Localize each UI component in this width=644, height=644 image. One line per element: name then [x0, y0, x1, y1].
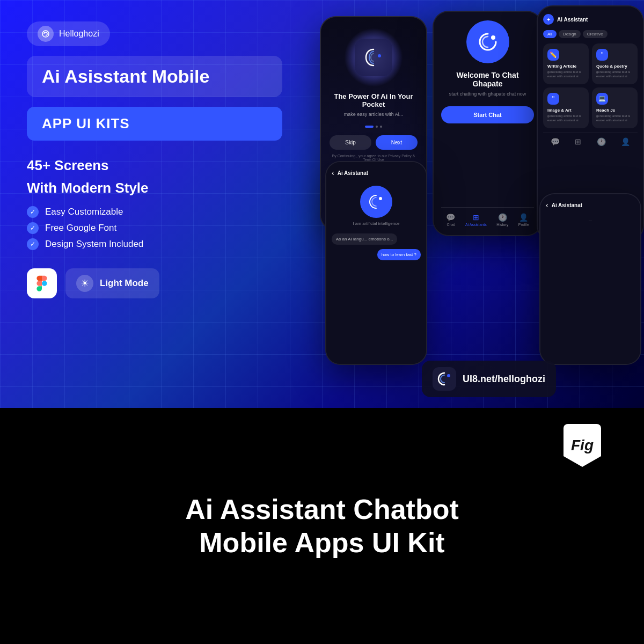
bottom-title-line2: Mobile Apps UI Kit [185, 526, 458, 559]
check-item-3: ✓ Design System Included [27, 238, 282, 250]
p3-nav-profile[interactable]: 👤 [621, 137, 630, 146]
check-item-1: ✓ Easy Customizable [27, 206, 282, 218]
figma-button[interactable] [27, 268, 57, 298]
dot-2 [376, 126, 378, 128]
phone1-btn-row: Skip Next [330, 135, 418, 150]
reach-icon: 💻 [596, 93, 608, 105]
profile-nav-label: Profile [518, 223, 529, 226]
phone1-subtitle: make easy articles with Ai... [344, 112, 404, 117]
features-section: 45+ Screens With Modern Style ✓ Easy Cus… [27, 155, 282, 250]
phone5-placeholder: ... [546, 218, 635, 222]
p3-nav-history[interactable]: 🕐 [597, 137, 606, 146]
nav-ai-assistants[interactable]: ⊞ Ai Assistants [465, 213, 487, 226]
chat-avatar [360, 186, 392, 218]
filter-all[interactable]: All [543, 30, 557, 38]
brand-icon [38, 26, 54, 42]
dot-3 [380, 126, 382, 128]
image-icon: " [547, 93, 559, 105]
left-panel: Helloghozi Ai Asisstant Mobile APP UI KI… [0, 0, 309, 408]
chat-bubble-ai: As an AI langu... emotions o... [332, 233, 397, 245]
check-label-1: Easy Customizable [45, 207, 123, 217]
chat-header: ‹ Ai Asistanat [332, 169, 421, 177]
writing-icon: ✏️ [547, 49, 559, 61]
history-nav-label: History [496, 223, 508, 226]
p3-nav-ai[interactable]: ⊞ [575, 137, 581, 146]
chat-nav-icon: 💬 [446, 213, 455, 222]
filter-creative[interactable]: Creative [583, 30, 608, 38]
phone-chat-2: ‹ Ai Asistanat ... [539, 193, 641, 365]
ai-assistant-title: Ai Assistant [557, 17, 588, 23]
brand-badge[interactable]: Helloghozi [27, 21, 110, 46]
phone5-chat-header: ‹ Ai Asistanat [546, 201, 635, 209]
writing-title: Writing Article [547, 64, 584, 69]
welcome-logo [466, 20, 509, 63]
feature-style: With Modern Style [27, 177, 282, 200]
subtitle-text: APP UI KITS [42, 115, 267, 132]
filter-design[interactable]: Design [559, 30, 581, 38]
check-label-2: Free Google Font [45, 223, 116, 233]
reach-title: Reach Js [596, 108, 633, 113]
nav-history[interactable]: 🕐 History [496, 213, 508, 226]
ai-card-image[interactable]: " Image & Art generating article text is… [543, 87, 589, 128]
start-chat-button[interactable]: Start Chat [441, 106, 534, 123]
ai-nav-label: Ai Assistants [465, 223, 487, 226]
welcome-desc: start chatting with ghapate chat now [449, 91, 526, 97]
sun-icon: ☀ [76, 275, 93, 292]
ai-logo-blur [344, 28, 403, 87]
p3-profile-icon: 👤 [621, 137, 630, 146]
main-title-box: Ai Asisstant Mobile [27, 56, 282, 97]
svg-point-1 [378, 54, 381, 57]
nav-profile[interactable]: 👤 Profile [518, 213, 529, 226]
bottom-nav-phone2: 💬 Chat ⊞ Ai Assistants 🕐 History 👤 Profi… [441, 207, 534, 226]
quote-title: Quote & poetry [596, 64, 633, 69]
bottom-title: Ai Assistant Chatbot Mobile Apps UI Kit [185, 493, 458, 560]
feature-screens: 45+ Screens [27, 155, 282, 177]
p3-history-icon: 🕐 [597, 137, 606, 146]
phone1-title: The Power Of Ai In Your Pocket [330, 92, 418, 108]
chat-avatar-area: I am artificial intelligence [332, 186, 421, 226]
phone-welcome: Welcome To Chat Ghapate start chatting w… [433, 11, 543, 236]
phone5-header-title: Ai Asistanat [552, 202, 582, 208]
light-mode-label: Light Mode [100, 278, 149, 289]
phone3-bottom-nav: 💬 ⊞ 🕐 👤 [543, 133, 638, 146]
chat-nav-label: Chat [447, 223, 455, 226]
subtitle-box: APP UI KITS [27, 107, 282, 141]
ai-assistant-dot: ✦ [543, 14, 554, 25]
top-section: Helloghozi Ai Asisstant Mobile APP UI KI… [0, 0, 644, 408]
ai-cards-grid: ✏️ Writing Article generating article te… [543, 43, 638, 128]
chat-bubble-user: how to learn fast ? [377, 249, 421, 260]
phone5-back-button[interactable]: ‹ [546, 201, 548, 209]
ai-assistant-header: ✦ Ai Assistant [543, 14, 638, 25]
nav-chat[interactable]: 💬 Chat [446, 213, 455, 226]
image-title: Image & Art [547, 108, 584, 113]
p3-nav-chat[interactable]: 💬 [551, 137, 560, 146]
quote-desc: generating article text is easier with a… [596, 70, 633, 79]
light-mode-button[interactable]: ☀ Light Mode [65, 268, 159, 298]
back-button[interactable]: ‹ [332, 169, 334, 177]
check-icon-2: ✓ [27, 222, 39, 234]
right-panel: The Power Of Ai In Your Pocket make easy… [309, 0, 644, 408]
ai-nav-icon: ⊞ [473, 213, 479, 222]
image-desc: generating article text is easier with a… [547, 114, 584, 123]
brand-logo-icon [433, 367, 456, 391]
dot-active [365, 126, 374, 128]
svg-point-2 [491, 35, 495, 40]
svg-point-3 [379, 197, 382, 200]
reach-desc: generating article text is easier with a… [596, 114, 633, 123]
main-title: Ai Asisstant Mobile [42, 67, 267, 86]
quote-icon: " [596, 49, 608, 61]
ai-card-writing[interactable]: ✏️ Writing Article generating article te… [543, 43, 589, 84]
p3-chat-icon: 💬 [551, 137, 560, 146]
bottom-title-line1: Ai Assistant Chatbot [185, 493, 458, 526]
filter-tabs: All Design Creative [543, 30, 638, 38]
p3-ai-icon: ⊞ [575, 137, 581, 146]
profile-nav-icon: 👤 [519, 213, 528, 222]
phone1-footer: By Continuing , your agree to our Privac… [330, 154, 418, 162]
next-button[interactable]: Next [376, 135, 418, 150]
ai-card-reach[interactable]: 💻 Reach Js generating article text is ea… [592, 87, 638, 128]
check-item-2: ✓ Free Google Font [27, 222, 282, 234]
ai-card-quote[interactable]: " Quote & poetry generating article text… [592, 43, 638, 84]
skip-button[interactable]: Skip [330, 135, 371, 150]
chat-ai-label: I am artificial intelligence [353, 221, 399, 226]
check-label-3: Design System Included [45, 239, 143, 250]
